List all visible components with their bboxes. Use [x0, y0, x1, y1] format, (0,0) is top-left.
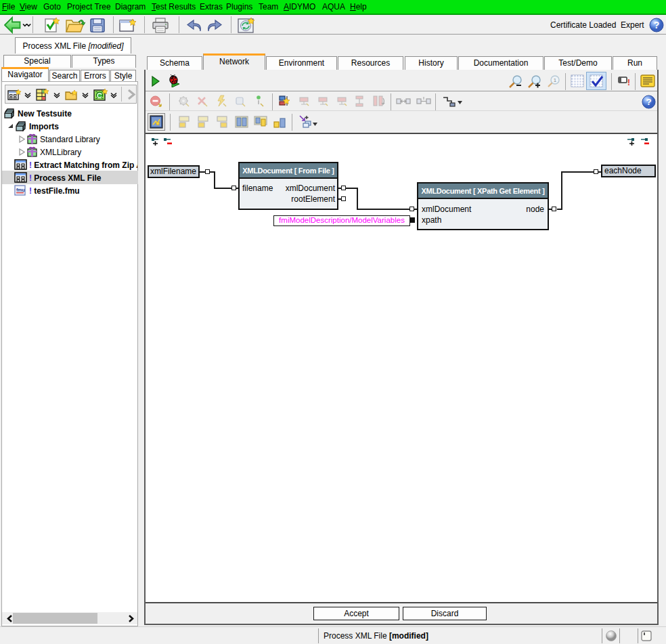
svg-text:?: ? — [654, 20, 660, 30]
svg-text:fmu: fmu — [16, 188, 25, 192]
svg-text:1: 1 — [554, 77, 557, 83]
svg-text:?: ? — [646, 97, 651, 107]
svg-text:!: ! — [627, 78, 630, 87]
